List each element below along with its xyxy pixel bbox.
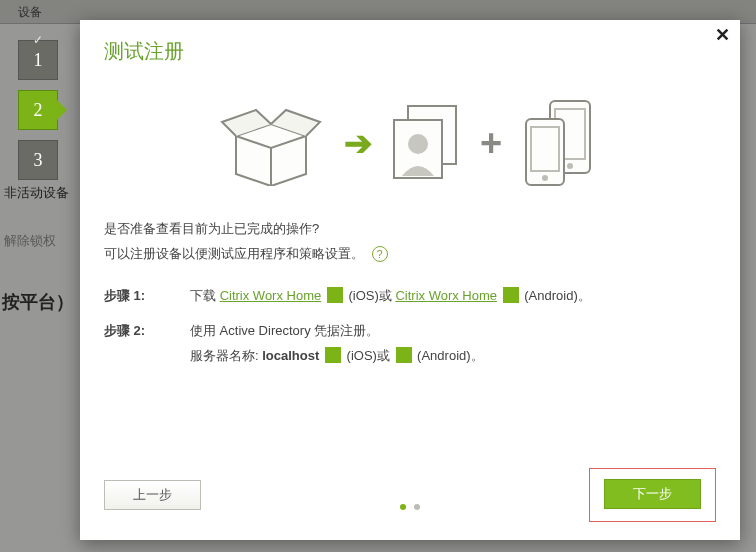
svg-rect-7 [531,127,559,171]
modal-dialog: ✕ 测试注册 ➔ [80,20,740,540]
body-paragraph: 可以注册设备以便测试应用程序和策略设置。 ? [104,242,716,267]
qr-icon[interactable] [327,287,343,303]
svg-point-5 [567,163,573,169]
qr-icon[interactable] [325,347,341,363]
help-icon[interactable]: ? [372,246,388,262]
arrow-icon: ➔ [344,123,372,163]
server-name: localhost [262,348,319,363]
body-question: 是否准备查看目前为止已完成的操作? [104,217,716,242]
close-icon[interactable]: ✕ [715,26,730,44]
steps-table: 步骤 1: 下载 Citrix Worx Home (iOS)或 Citrix … [104,284,716,368]
illustration-row: ➔ + [80,83,740,203]
step-2-row: 步骤 2: 使用 Active Directory 凭据注册。 服务器名称: l… [104,319,716,368]
back-button[interactable]: 上一步 [104,480,201,510]
avatars-icon [390,104,462,182]
step-2-label: 步骤 2: [104,319,190,368]
svg-point-8 [542,175,548,181]
plus-icon: + [480,122,502,165]
modal-footer: 上一步 下一步 [80,468,740,522]
next-button[interactable]: 下一步 [604,479,701,509]
devices-icon [520,97,604,189]
qr-icon[interactable] [503,287,519,303]
modal-body: 是否准备查看目前为止已完成的操作? 可以注册设备以便测试应用程序和策略设置。 ?… [80,217,740,368]
qr-icon[interactable] [396,347,412,363]
link-worx-home-ios[interactable]: Citrix Worx Home [220,288,322,303]
step-2-line-1: 使用 Active Directory 凭据注册。 [190,319,716,344]
checkmark-icon: ✓ [33,33,43,48]
wizard-step-rail: ✓ 1 2 3 [18,40,58,180]
step-1-value: 下载 Citrix Worx Home (iOS)或 Citrix Worx H… [190,284,716,309]
step-1-row: 步骤 1: 下载 Citrix Worx Home (iOS)或 Citrix … [104,284,716,309]
step-1-label: 步骤 1: [104,284,190,309]
wizard-step-2[interactable]: 2 [18,90,58,130]
wizard-step-3[interactable]: 3 [18,140,58,180]
link-worx-home-android[interactable]: Citrix Worx Home [395,288,497,303]
next-button-highlight: 下一步 [589,468,716,522]
modal-title: 测试注册 [80,20,740,79]
box-icon [216,100,326,186]
svg-point-2 [408,134,428,154]
wizard-step-1[interactable]: ✓ 1 [18,40,58,80]
step-2-line-2: 服务器名称: localhost (iOS)或 (Android)。 [190,344,716,369]
step-2-value: 使用 Active Directory 凭据注册。 服务器名称: localho… [190,319,716,368]
